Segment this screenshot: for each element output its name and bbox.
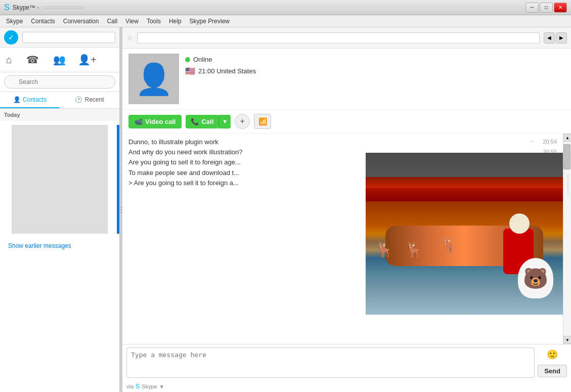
via-label: via: [126, 383, 134, 389]
add-contact-icon[interactable]: 👤+: [78, 54, 97, 66]
input-box-row: 🙂 Send: [126, 347, 567, 378]
call-dropdown-button[interactable]: ▼: [218, 115, 231, 128]
scroll-track: [563, 142, 571, 336]
phone-icon[interactable]: ☎: [24, 52, 41, 68]
scrollbar[interactable]: ▲ ▼: [563, 134, 571, 344]
input-right: 🙂 Send: [538, 347, 567, 377]
signal-button[interactable]: 📶: [254, 114, 271, 129]
status-text: Online: [193, 56, 212, 63]
reindeer-icon: 🦌: [376, 241, 393, 258]
message-with-image: Are you going to sell it to foreign age.…: [128, 158, 557, 188]
message-input[interactable]: [126, 347, 535, 378]
call-button-group: 📞 Call ▼: [186, 115, 231, 128]
skype-logo-small: S: [136, 383, 140, 390]
messages-content[interactable]: Dunno, to illustrate plugin work ··· 20:…: [122, 134, 563, 344]
chat-area: ☆ ◀ ▶ 👤 Online 🇺🇸 21:00 United States: [122, 27, 571, 392]
plus-icon: +: [240, 117, 245, 126]
menu-skype[interactable]: Skype: [2, 17, 27, 26]
contact-avatar-placeholder: [12, 125, 108, 234]
contacts-tab-icon: 👤: [13, 96, 21, 103]
location-row: 🇺🇸 21:00 United States: [185, 66, 256, 76]
recent-tab-label: Recent: [84, 96, 104, 103]
close-button[interactable]: ✕: [554, 3, 567, 13]
contact-avatar: 👤: [128, 54, 179, 104]
via-skype-footer: via S Skype ▼: [122, 381, 571, 392]
messages-scroll-wrapper: Dunno, to illustrate plugin work ··· 20:…: [122, 134, 571, 344]
menu-skype-preview[interactable]: Skype Preview: [186, 17, 234, 26]
selection-indicator: [117, 125, 119, 234]
main-container: ✓ ⌂ ☎ 👥 👤+ 🔍 👤 Contacts 🕐 Recent: [0, 27, 571, 392]
contacts-tab-label: Contacts: [23, 96, 47, 103]
scroll-up-button[interactable]: ▲: [563, 134, 571, 142]
show-earlier-link[interactable]: Show earlier messages: [4, 238, 75, 253]
add-button[interactable]: +: [235, 114, 250, 129]
nav-forward-button[interactable]: ▶: [556, 32, 567, 43]
action-buttons: 📹 Video call 📞 Call ▼ + 📶: [122, 110, 571, 134]
chat-image[interactable]: 🐻 🦌 🦌 🦌: [366, 153, 563, 315]
menu-view[interactable]: View: [121, 17, 143, 26]
via-dropdown-button[interactable]: ▼: [159, 384, 164, 389]
phone-call-icon: 📞: [191, 118, 199, 125]
scroll-thumb[interactable]: [563, 144, 570, 169]
search-input[interactable]: [4, 75, 115, 89]
recent-tab-icon: 🕐: [75, 96, 82, 103]
window-title: Skype™ -: [13, 4, 39, 11]
signal-icon: 📶: [258, 117, 267, 125]
menu-tools[interactable]: Tools: [143, 17, 165, 26]
tab-contacts[interactable]: 👤 Contacts: [0, 92, 60, 108]
status-row: Online: [185, 56, 256, 63]
menu-call[interactable]: Call: [103, 17, 121, 26]
chat-name-input[interactable]: [137, 32, 540, 43]
profile-button[interactable]: ✓: [4, 30, 18, 45]
chat-header: ☆ ◀ ▶: [122, 27, 571, 49]
reindeer-icon-3: 🦌: [441, 237, 458, 253]
avatar-person-icon: 👤: [135, 61, 173, 97]
minimize-button[interactable]: ─: [525, 3, 539, 13]
video-icon: 📹: [135, 118, 143, 125]
contact-profile: 👤 Online 🇺🇸 21:00 United States: [122, 49, 571, 110]
skype-label: Skype: [142, 383, 157, 389]
menu-conversation[interactable]: Conversation: [59, 17, 103, 26]
status-input[interactable]: [22, 32, 115, 43]
video-call-button[interactable]: 📹 Video call: [128, 115, 182, 128]
sidebar-nav: ⌂ ☎ 👥 👤+: [0, 48, 119, 72]
tab-recent[interactable]: 🕐 Recent: [60, 92, 119, 108]
skype-logo-icon: S: [4, 3, 10, 12]
contact-list[interactable]: Show earlier messages: [0, 121, 119, 392]
search-container: 🔍: [0, 72, 119, 92]
menu-bar: Skype Contacts Conversation Call View To…: [0, 15, 571, 27]
parade-image-bg: 🐻 🦌 🦌 🦌: [366, 153, 563, 315]
call-button[interactable]: 📞 Call: [186, 115, 218, 128]
menu-contacts[interactable]: Contacts: [27, 17, 59, 26]
nav-back-button[interactable]: ◀: [544, 32, 555, 43]
scroll-line-decoration: [567, 175, 568, 195]
today-label: Today: [0, 109, 119, 121]
contacts-icon[interactable]: 👥: [51, 52, 68, 68]
home-icon[interactable]: ⌂: [4, 52, 14, 68]
emoji-button[interactable]: 🙂: [545, 347, 559, 362]
send-button[interactable]: Send: [538, 365, 567, 377]
flag-icon: 🇺🇸: [185, 66, 195, 76]
reindeer-icon-2: 🦌: [405, 241, 423, 258]
favorite-star-button[interactable]: ☆: [126, 34, 133, 42]
santa-head: [509, 213, 530, 234]
message-row: Dunno, to illustrate plugin work ··· 20:…: [128, 138, 557, 147]
title-input: [42, 7, 83, 9]
restore-button[interactable]: □: [540, 3, 553, 13]
window-controls: ─ □ ✕: [525, 3, 567, 13]
contact-info: Online 🇺🇸 21:00 United States: [185, 54, 256, 104]
location-text: 21:00 United States: [198, 67, 256, 75]
message-text: Dunno, to illustrate plugin work: [128, 138, 525, 147]
image-indicator-dot: [463, 311, 466, 314]
title-bar: S Skype™ - ─ □ ✕: [0, 0, 571, 15]
sidebar: ✓ ⌂ ☎ 👥 👤+ 🔍 👤 Contacts 🕐 Recent: [0, 27, 120, 392]
polar-bear: 🐻: [518, 258, 553, 298]
menu-help[interactable]: Help: [165, 17, 186, 26]
contact-tabs: 👤 Contacts 🕐 Recent: [0, 92, 119, 109]
online-status-dot: [185, 57, 190, 62]
message-time: 20:54: [539, 138, 557, 145]
input-area: 🙂 Send: [122, 344, 571, 381]
nav-arrows: ◀ ▶: [544, 32, 567, 43]
message-options-button[interactable]: ···: [530, 138, 535, 145]
scroll-down-button[interactable]: ▼: [563, 336, 571, 344]
